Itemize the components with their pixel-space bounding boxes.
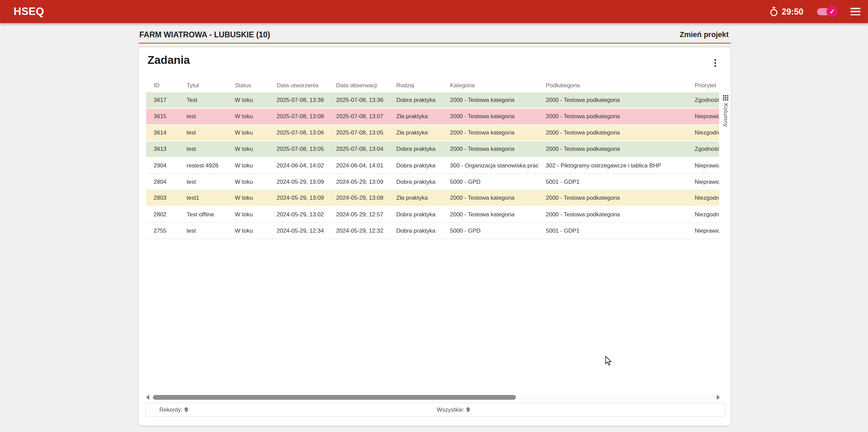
column-header[interactable]: Data utworzenia <box>269 79 329 92</box>
table-cell: 5000 - GPD <box>442 228 538 234</box>
records-count: Rekordy: 9 <box>159 403 188 416</box>
table-cell: 2024-05-29, 13:09 <box>269 179 329 185</box>
app-logo: HSEQ <box>14 5 44 18</box>
table-cell: 2025-07-08, 13:08 <box>269 113 329 120</box>
table-cell: Dobra praktyka <box>389 179 442 185</box>
table-cell: 2000 - Testowa kategoria <box>442 195 538 201</box>
table-cell: 2000 - Testowa podkategoria <box>538 195 687 201</box>
scroll-right-arrow[interactable] <box>717 395 720 400</box>
table-cell: W toku <box>227 211 269 218</box>
column-header[interactable]: Podkategoria <box>538 79 687 92</box>
horizontal-scrollbar[interactable] <box>145 395 721 400</box>
table-cell: 2025-07-08, 13:36 <box>329 97 389 104</box>
table-cell: 302 - Piktogramy ostrzegawcze i tablica … <box>538 162 687 169</box>
table-cell: 2024-05-29, 12:57 <box>329 211 389 218</box>
table-cell: Zła praktyka <box>389 113 442 120</box>
table-cell: 2024-05-29, 13:09 <box>269 195 329 201</box>
columns-tab-label: Kolumny <box>722 103 729 127</box>
column-header[interactable]: Status <box>227 79 269 92</box>
table-cell: Test <box>179 97 227 104</box>
card-title: Zadania <box>147 54 190 67</box>
total-value: 9 <box>466 407 469 413</box>
table-cell: Zła praktyka <box>389 129 442 136</box>
online-toggle[interactable]: ✓ <box>816 5 838 18</box>
table-row[interactable]: 2755testW toku2024-05-29, 12:342024-05-2… <box>146 223 719 239</box>
card-menu-button[interactable] <box>710 57 720 69</box>
table-cell: 2000 - Testowa kategoria <box>442 146 538 152</box>
table-row[interactable]: 3615testW toku2025-07-08, 13:082025-07-0… <box>146 109 719 125</box>
table-row[interactable]: 3617TestW toku2025-07-08, 13:362025-07-0… <box>146 92 719 109</box>
table-cell: W toku <box>227 162 269 169</box>
table-cell: W toku <box>227 97 269 104</box>
table-cell: 3614 <box>146 129 179 136</box>
table-cell: Dobra praktyka <box>389 162 442 169</box>
records-value: 9 <box>185 407 188 413</box>
table-cell: test <box>179 228 227 234</box>
table-cell: 5000 - GPD <box>442 179 538 185</box>
table-cell: 2000 - Testowa podkategoria <box>538 97 687 104</box>
table-cell: 2802 <box>146 211 179 218</box>
table-cell: Test offline <box>179 211 227 218</box>
tasks-card: Zadania IDTytułStatusData utworzeniaData… <box>139 48 731 426</box>
table-cell: test <box>179 129 227 136</box>
table-cell: 2025-07-08, 13:06 <box>269 129 329 136</box>
table-cell: 2024-05-29, 13:09 <box>329 179 389 185</box>
table-cell: restest 4926 <box>179 162 227 169</box>
table-cell: 2000 - Testowa kategoria <box>442 129 538 136</box>
table-cell: 2000 - Testowa kategoria <box>442 97 538 104</box>
column-header[interactable]: Kategoria <box>442 79 538 92</box>
hamburger-icon <box>850 8 861 9</box>
table-row[interactable]: 3614testW toku2025-07-08, 13:062025-07-0… <box>146 125 719 141</box>
table-cell: Zła praktyka <box>389 195 442 201</box>
column-header[interactable]: Priorytet <box>687 79 719 92</box>
table-cell: 2025-07-08, 13:04 <box>329 146 389 152</box>
table-cell: W toku <box>227 129 269 136</box>
table-rows: 3617TestW toku2025-07-08, 13:362025-07-0… <box>146 92 719 239</box>
table-cell: 2000 - Testowa podkategoria <box>538 146 687 152</box>
table-cell: 3613 <box>146 146 179 152</box>
table-cell: W toku <box>227 146 269 152</box>
table-cell: Niezgodność <box>687 211 719 218</box>
table-cell: test <box>179 146 227 152</box>
table-cell: Niezgodność <box>687 195 719 201</box>
scroll-left-arrow[interactable] <box>146 395 149 400</box>
toggle-thumb: ✓ <box>827 6 838 17</box>
column-header[interactable]: Tytuł <box>179 79 227 92</box>
column-header[interactable]: Rodzaj <box>389 79 442 92</box>
table-cell: 2000 - Testowa kategoria <box>442 113 538 120</box>
table-cell: W toku <box>227 228 269 234</box>
hamburger-menu-button[interactable] <box>850 8 861 15</box>
table-cell: Zgodność <box>687 97 719 104</box>
table-cell: Nieprawidłowość <box>687 162 719 169</box>
project-title: FARM WIATROWA - LUBUSKIE (10) <box>139 30 270 39</box>
table-row[interactable]: 2802Test offlineW toku2024-05-29, 13:022… <box>146 206 719 223</box>
scrollbar-thumb[interactable] <box>153 395 516 400</box>
column-header[interactable]: Data obserwacji <box>329 79 389 92</box>
session-timer: 29:50 <box>769 7 803 17</box>
table-cell: 5001 - GDP1 <box>538 179 687 185</box>
table-cell: 2024-05-29, 13:02 <box>269 211 329 218</box>
page: HSEQ 29:50 ✓ <box>0 0 868 432</box>
table-cell: 2024-05-29, 12:32 <box>329 228 389 234</box>
table-cell: 2025-07-08, 13:05 <box>329 129 389 136</box>
table-footer: Rekordy: 9 Wszystkie: 9 <box>145 403 725 417</box>
change-project-button[interactable]: Zmień projekt <box>680 30 729 39</box>
column-header[interactable]: ID <box>146 79 179 92</box>
app-bar-actions: 29:50 ✓ <box>769 0 861 23</box>
table-row[interactable]: 2803test1W toku2024-05-29, 13:092024-05-… <box>146 190 719 206</box>
table-cell: 2000 - Testowa kategoria <box>442 211 538 218</box>
table-cell: 2803 <box>146 195 179 201</box>
table-cell: test1 <box>179 195 227 201</box>
columns-panel-toggle[interactable]: Kolumny <box>721 95 731 127</box>
table-cell: Nieprawidłowość <box>687 113 719 120</box>
stopwatch-icon <box>769 7 778 16</box>
table-cell: Dobra praktyka <box>389 97 442 104</box>
table-row[interactable]: 3613testW toku2025-07-08, 13:052025-07-0… <box>146 141 719 158</box>
timer-value: 29:50 <box>782 7 803 17</box>
table-row[interactable]: 2904restest 4926W toku2024-06-04, 14:022… <box>146 158 719 174</box>
table-row[interactable]: 2804testW toku2024-05-29, 13:092024-05-2… <box>146 174 719 190</box>
table-cell: Niezgodność <box>687 129 719 136</box>
table-cell: Dobra praktyka <box>389 211 442 218</box>
grid-icon <box>723 95 728 101</box>
table-cell: W toku <box>227 179 269 185</box>
